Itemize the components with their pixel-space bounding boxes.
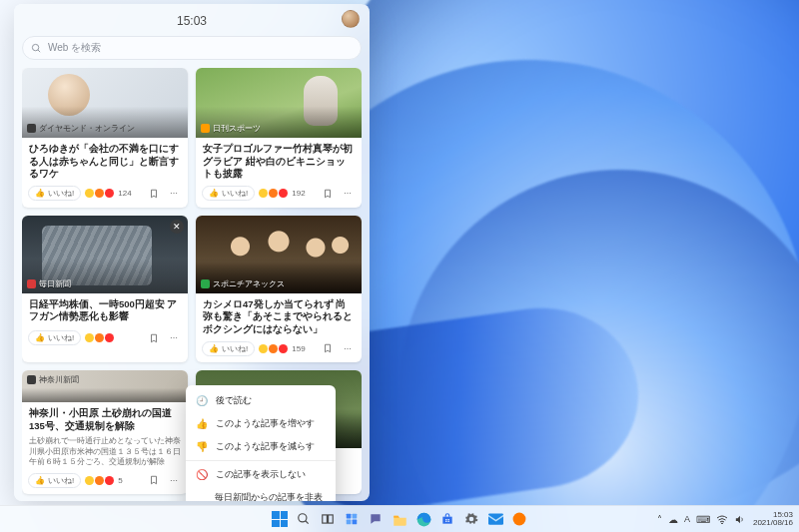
news-card[interactable]: 神奈川新聞 神奈川・小田原 土砂崩れの国道135号、交通規制を解除 土砂崩れで一… [22, 370, 188, 494]
like-button[interactable]: 👍いいね! [28, 473, 81, 488]
search-icon [31, 43, 42, 54]
card-thumbnail: ✕ 毎日新聞 [22, 216, 188, 293]
task-view-icon[interactable] [318, 509, 338, 529]
search-icon[interactable] [294, 509, 314, 529]
thumbs-up-icon: 👍 [196, 418, 208, 429]
app-icon[interactable] [509, 509, 529, 529]
svg-point-0 [32, 44, 38, 50]
menu-item-more-like-this[interactable]: 👍このような記事を増やす [186, 412, 336, 435]
widgets-clock: 15:03 [177, 14, 207, 28]
more-icon[interactable]: ⋯ [166, 330, 182, 346]
taskbar-center [270, 509, 529, 529]
news-card[interactable]: スポニチアネックス カシメロ47発しか当てられず 尚弥も驚き「あそこまでやられる… [196, 216, 362, 363]
svg-line-1 [38, 49, 40, 51]
svg-rect-6 [347, 514, 352, 519]
menu-item-read-later[interactable]: 🕘後で読む [186, 389, 336, 412]
svg-rect-5 [329, 515, 334, 523]
more-icon[interactable]: ⋯ [340, 186, 356, 202]
search-placeholder: Web を検索 [48, 41, 101, 55]
more-icon[interactable]: ⋯ [340, 340, 356, 356]
card-subtitle: 土砂崩れで一時通行止めとなっていた神奈川県小田原市米神の国道１３５号は１６日午前… [22, 434, 188, 467]
bookmark-icon[interactable] [146, 186, 162, 202]
svg-rect-11 [488, 513, 503, 524]
widgets-panel: 15:03 Web を検索 ダイヤモンド・オンライン ひろゆきが「会社の不満を口… [14, 4, 370, 501]
card-context-menu: 🕘後で読む 👍このような記事を増やす 👎このような記事を減らす 🚫この記事を表示… [186, 385, 336, 501]
like-button[interactable]: 👍いいね! [202, 186, 255, 201]
edge-icon[interactable] [413, 509, 433, 529]
eye-off-icon: ◎ [196, 499, 207, 502]
svg-point-12 [513, 513, 526, 526]
news-card[interactable]: 日刊スポーツ 女子プロゴルファー竹村真琴が初グラビア 紺や白のビキニショットも披… [196, 68, 362, 208]
svg-point-2 [299, 514, 307, 522]
card-thumbnail: スポニチアネックス [196, 216, 362, 293]
news-card[interactable]: ダイヤモンド・オンライン ひろゆきが「会社の不満を口にする人は赤ちゃんと同じ」と… [22, 68, 188, 208]
news-card[interactable]: ✕ 毎日新聞 日経平均株価、一時500円超安 アフガン情勢悪化も影響 👍いいね!… [22, 216, 188, 363]
card-source: 毎日新聞 [27, 278, 71, 289]
card-source: ダイヤモンド・オンライン [27, 123, 135, 134]
svg-rect-8 [347, 520, 352, 525]
card-title: 日経平均株価、一時500円超安 アフガン情勢悪化も影響 [22, 293, 188, 325]
reactions[interactable]: 124 [85, 189, 131, 198]
card-thumbnail: 神奈川新聞 [22, 370, 188, 402]
reactions[interactable]: 159 [259, 344, 305, 353]
widgets-icon[interactable] [342, 509, 362, 529]
bookmark-icon[interactable] [320, 186, 336, 202]
system-tray: ˄ ☁ A ⌨ 15:03 2021/08/16 [657, 511, 793, 528]
card-title: 女子プロゴルファー竹村真琴が初グラビア 紺や白のビキニショットも披露 [196, 138, 362, 181]
svg-rect-9 [353, 520, 358, 525]
bookmark-icon: 🕘 [196, 395, 208, 406]
card-thumbnail: 日刊スポーツ [196, 68, 362, 138]
onedrive-icon[interactable]: ☁ [668, 514, 678, 525]
svg-point-13 [721, 523, 722, 524]
card-source: スポニチアネックス [201, 278, 285, 289]
card-thumbnail: ダイヤモンド・オンライン [22, 68, 188, 138]
store-icon[interactable] [437, 509, 457, 529]
user-avatar[interactable] [342, 10, 360, 28]
like-button[interactable]: 👍いいね! [202, 341, 255, 356]
bookmark-icon[interactable] [146, 472, 162, 488]
svg-line-3 [306, 521, 309, 524]
more-icon[interactable]: ⋯ [166, 472, 182, 488]
card-title: カシメロ47発しか当てられず 尚弥も驚き「あそこまでやられるとボクシングにはなら… [196, 293, 362, 336]
chat-icon[interactable] [366, 509, 386, 529]
chevron-up-icon[interactable]: ˄ [657, 514, 662, 525]
wifi-icon[interactable] [716, 514, 728, 525]
volume-icon[interactable] [734, 514, 745, 525]
svg-rect-7 [353, 514, 358, 519]
like-button[interactable]: 👍いいね! [28, 330, 81, 345]
input-icon[interactable]: ⌨ [696, 514, 710, 525]
reactions[interactable]: 192 [259, 189, 305, 198]
more-icon[interactable]: ⋯ [166, 186, 182, 202]
block-icon: 🚫 [196, 469, 208, 480]
dismiss-card-icon[interactable]: ✕ [170, 220, 184, 234]
card-source: 日刊スポーツ [201, 123, 261, 134]
thumbs-down-icon: 👎 [196, 441, 208, 452]
card-title: 神奈川・小田原 土砂崩れの国道135号、交通規制を解除 [22, 402, 188, 434]
taskbar: ˄ ☁ A ⌨ 15:03 2021/08/16 [0, 505, 799, 532]
card-title: ひろゆきが「会社の不満を口にする人は赤ちゃんと同じ」と断言するワケ [22, 138, 188, 181]
mail-icon[interactable] [485, 509, 505, 529]
file-explorer-icon[interactable] [390, 509, 409, 529]
svg-rect-4 [323, 515, 328, 523]
card-source: 神奈川新聞 [27, 374, 79, 385]
bookmark-icon[interactable] [146, 330, 162, 346]
settings-icon[interactable] [461, 509, 481, 529]
menu-item-hide-story[interactable]: 🚫この記事を表示しない [186, 463, 336, 486]
menu-item-fewer-like-this[interactable]: 👎このような記事を減らす [186, 435, 336, 458]
ime-indicator[interactable]: A [684, 514, 690, 525]
taskbar-clock[interactable]: 15:03 2021/08/16 [753, 511, 793, 528]
reactions[interactable]: 5 [85, 476, 122, 485]
like-button[interactable]: 👍いいね! [28, 186, 81, 201]
search-box[interactable]: Web を検索 [22, 36, 362, 60]
reactions[interactable] [85, 333, 114, 342]
menu-item-hide-source[interactable]: ◎毎日新聞からの記事を非表示 [186, 486, 336, 501]
bookmark-icon[interactable] [320, 340, 336, 356]
start-button[interactable] [270, 509, 290, 529]
